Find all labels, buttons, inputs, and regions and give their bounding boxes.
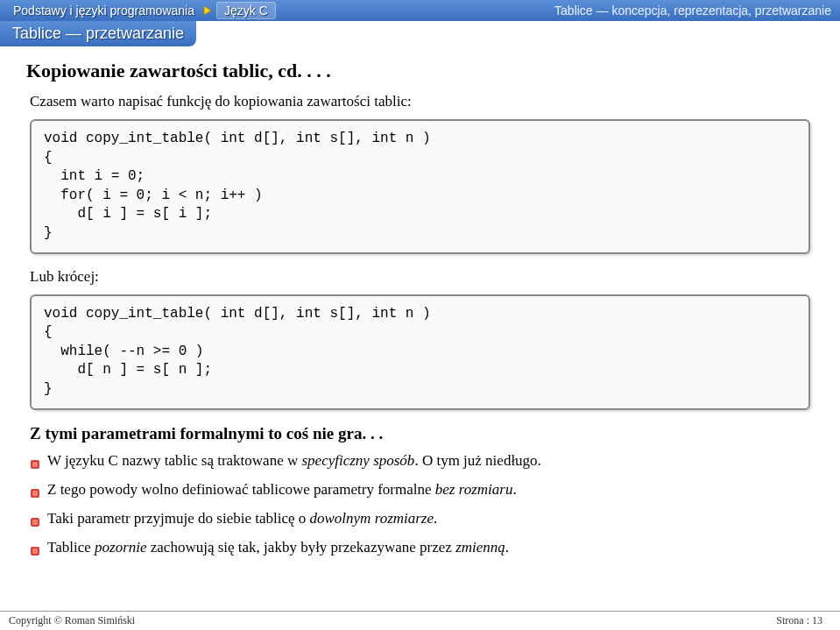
svg-rect-2 [32, 462, 38, 467]
breadcrumb: Podstawy i języki programowania Język C [9, 2, 276, 19]
emphasis: dowolnym rozmiarze [310, 510, 434, 527]
breadcrumb-item-1: Podstawy i języki programowania [9, 4, 199, 18]
svg-rect-8 [32, 549, 38, 554]
bullet-text: Z tego powody wolno definiować tablicowe… [47, 481, 517, 499]
svg-rect-4 [32, 491, 38, 496]
list-item: Taki parametr przyjmuje do siebie tablic… [30, 510, 810, 532]
text-fragment: Z tego powody wolno definiować tablicowe… [47, 481, 435, 498]
text-fragment: zachowują się tak, jakby były przekazywa… [147, 539, 456, 556]
text-fragment: . [434, 510, 437, 527]
text-fragment: . [505, 539, 509, 556]
list-item: W języku C nazwy tablic są traktowane w … [30, 452, 810, 474]
list-item: Z tego powody wolno definiować tablicowe… [30, 481, 810, 503]
bullet-text: W języku C nazwy tablic są traktowane w … [47, 452, 541, 470]
section-title: Tablice — przetwarzanie [0, 21, 196, 46]
text-fragment: . O tym już niedługo. [414, 452, 540, 469]
subsection-title: Z tymi parametrami formalnymi to coś nie… [30, 424, 810, 443]
code-block-1: void copy_int_table( int d[], int s[], i… [30, 119, 810, 254]
footer: Copyright © Roman Simiński Strona : 13 [0, 611, 840, 630]
bullet-icon [30, 514, 40, 532]
bullet-icon [30, 485, 40, 503]
emphasis: zmienną [455, 539, 505, 556]
copyright: Copyright © Roman Simiński [9, 614, 135, 627]
content-area: Kopiowanie zawartości tablic, cd. . . . … [0, 46, 840, 561]
page-number: Strona : 13 [776, 614, 822, 627]
page-title: Kopiowanie zawartości tablic, cd. . . . [26, 60, 814, 82]
bullet-text: Taki parametr przyjmuje do siebie tablic… [47, 510, 437, 527]
text-fragment: . [512, 481, 516, 498]
text-fragment: Taki parametr przyjmuje do siebie tablic… [47, 510, 310, 527]
list-item: Tablice pozornie zachowują się tak, jakb… [30, 539, 810, 561]
bullet-list: W języku C nazwy tablic są traktowane w … [30, 452, 810, 561]
bullet-icon [30, 543, 40, 561]
label-shorter: Lub krócej: [30, 268, 810, 286]
header-topic: Tablice — koncepcja, reprezentacja, prze… [554, 4, 831, 18]
bullet-icon [30, 457, 40, 474]
code-block-2: void copy_int_table( int d[], int s[], i… [30, 294, 810, 410]
bullet-text: Tablice pozornie zachowują się tak, jakb… [47, 539, 509, 556]
emphasis: bez rozmiaru [435, 481, 513, 498]
breadcrumb-item-2: Język C [216, 2, 276, 19]
chevron-right-icon [202, 5, 213, 16]
emphasis: pozornie [95, 539, 147, 556]
emphasis: specyficzny sposób [301, 452, 414, 469]
intro-text: Czasem warto napisać funkcję do kopiowan… [30, 93, 810, 110]
svg-marker-0 [204, 6, 211, 15]
text-fragment: Tablice [47, 539, 95, 556]
text-fragment: W języku C nazwy tablic są traktowane w [47, 452, 301, 469]
svg-rect-6 [32, 520, 38, 525]
header-bar: Podstawy i języki programowania Język C … [0, 0, 840, 21]
